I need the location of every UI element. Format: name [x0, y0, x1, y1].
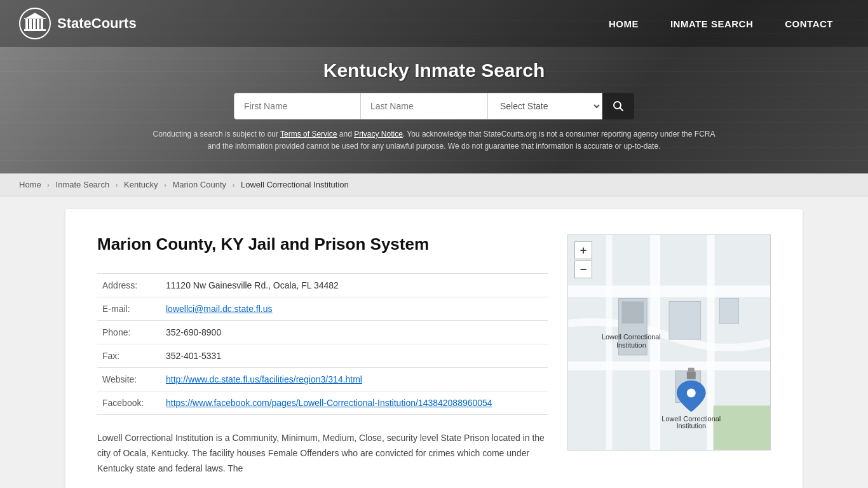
- email-label: E-mail:: [97, 297, 161, 321]
- breadcrumb-kentucky[interactable]: Kentucky: [124, 180, 158, 189]
- terms-link[interactable]: Terms of Service: [280, 130, 337, 139]
- svg-rect-30: [688, 368, 695, 372]
- svg-text:Lowell Correctional: Lowell Correctional: [602, 333, 661, 341]
- svg-text:Institution: Institution: [616, 341, 646, 349]
- breadcrumb-sep-2: ›: [116, 181, 118, 189]
- disclaimer-text: Conducting a search is subject to our Te…: [148, 128, 720, 164]
- website-value: http://www.dc.state.fl.us/facilities/reg…: [161, 368, 548, 391]
- info-table: Address: 11120 Nw Gainesville Rd., Ocala…: [97, 273, 548, 415]
- svg-rect-4: [37, 19, 39, 29]
- breadcrumb-home[interactable]: Home: [19, 180, 41, 189]
- state-select[interactable]: Select State AlabamaAlaskaArizonaArkansa…: [488, 93, 602, 119]
- svg-rect-14: [650, 235, 660, 450]
- svg-rect-16: [606, 235, 613, 450]
- map-zoom-controls: + −: [574, 241, 592, 278]
- phone-value: 352-690-8900: [161, 321, 548, 344]
- address-value: 11120 Nw Gainesville Rd., Ocala, FL 3448…: [161, 274, 548, 297]
- nav-contact[interactable]: CONTACT: [769, 12, 849, 36]
- search-bar: Select State AlabamaAlaskaArizonaArkansa…: [19, 93, 849, 119]
- facility-heading: Marion County, KY Jail and Prison System: [97, 234, 548, 254]
- logo-text: StateCourts: [57, 15, 137, 32]
- table-row: Website: http://www.dc.state.fl.us/facil…: [97, 368, 548, 391]
- hero-title: Kentucky Inmate Search: [19, 60, 849, 81]
- svg-rect-2: [29, 19, 32, 29]
- facebook-label: Facebook:: [97, 391, 161, 415]
- breadcrumb-sep-4: ›: [233, 181, 235, 189]
- svg-rect-5: [41, 19, 43, 29]
- map-container[interactable]: + −: [567, 234, 771, 451]
- fax-value: 352-401-5331: [161, 344, 548, 368]
- logo-icon: [19, 8, 51, 39]
- logo-link[interactable]: StateCourts: [19, 8, 137, 39]
- breadcrumb-marion-county[interactable]: Marion County: [172, 180, 226, 189]
- phone-label: Phone:: [97, 321, 161, 344]
- website-label: Website:: [97, 368, 161, 391]
- svg-line-10: [620, 108, 623, 111]
- address-label: Address:: [97, 274, 161, 297]
- svg-rect-18: [621, 302, 644, 324]
- search-button[interactable]: [602, 93, 634, 119]
- website-link[interactable]: http://www.dc.state.fl.us/facilities/reg…: [166, 374, 362, 384]
- map-panel: + −: [567, 234, 771, 476]
- svg-rect-1: [25, 19, 28, 29]
- header: StateCourts HOME INMATE SEARCH CONTACT K…: [0, 0, 868, 173]
- table-row: Facebook: https://www.facebook.com/pages…: [97, 391, 548, 415]
- svg-rect-3: [33, 19, 36, 29]
- table-row: E-mail: lowellci@mail.dc.state.fl.us: [97, 297, 548, 321]
- email-value: lowellci@mail.dc.state.fl.us: [161, 297, 548, 321]
- fax-label: Fax:: [97, 344, 161, 368]
- breadcrumb-current: Lowell Correctional Institution: [241, 180, 349, 189]
- nav-home[interactable]: HOME: [593, 12, 654, 36]
- nav-inmate-search[interactable]: INMATE SEARCH: [654, 12, 769, 36]
- facebook-value: https://www.facebook.com/pages/Lowell-Co…: [161, 391, 548, 415]
- email-link[interactable]: lowellci@mail.dc.state.fl.us: [166, 304, 273, 314]
- nav-links: HOME INMATE SEARCH CONTACT: [593, 12, 849, 36]
- svg-rect-23: [720, 299, 739, 324]
- zoom-out-button[interactable]: −: [574, 261, 592, 278]
- map-svg: Lowell Correctional Institution Lowell C…: [568, 235, 770, 450]
- breadcrumb-sep-1: ›: [47, 181, 50, 189]
- table-row: Phone: 352-690-8900: [97, 321, 548, 344]
- content-left: Marion County, KY Jail and Prison System…: [97, 234, 548, 476]
- svg-rect-13: [568, 362, 770, 370]
- main-content: Marion County, KY Jail and Prison System…: [53, 209, 815, 488]
- zoom-in-button[interactable]: +: [574, 241, 592, 259]
- svg-point-26: [687, 389, 696, 398]
- facebook-link[interactable]: https://www.facebook.com/pages/Lowell-Co…: [166, 398, 492, 408]
- svg-text:Institution: Institution: [676, 423, 706, 430]
- svg-rect-24: [714, 406, 770, 451]
- svg-rect-6: [24, 29, 46, 31]
- last-name-input[interactable]: [361, 93, 488, 119]
- breadcrumb: Home › Inmate Search › Kentucky › Marion…: [0, 173, 868, 196]
- svg-rect-21: [669, 302, 701, 340]
- content-card: Marion County, KY Jail and Prison System…: [65, 209, 803, 488]
- table-row: Address: 11120 Nw Gainesville Rd., Ocala…: [97, 274, 548, 297]
- svg-rect-29: [687, 372, 696, 379]
- facility-description: Lowell Correctional Institution is a Com…: [97, 431, 548, 476]
- breadcrumb-inmate-search[interactable]: Inmate Search: [56, 180, 110, 189]
- privacy-link[interactable]: Privacy Notice: [354, 130, 403, 139]
- hero-section: Kentucky Inmate Search Select State Alab…: [0, 47, 868, 173]
- svg-rect-12: [568, 286, 770, 297]
- svg-rect-8: [24, 18, 46, 19]
- first-name-input[interactable]: [234, 93, 361, 119]
- search-icon: [613, 100, 624, 112]
- table-row: Fax: 352-401-5331: [97, 344, 548, 368]
- nav-bar: StateCourts HOME INMATE SEARCH CONTACT: [0, 0, 868, 47]
- breadcrumb-sep-3: ›: [164, 181, 166, 189]
